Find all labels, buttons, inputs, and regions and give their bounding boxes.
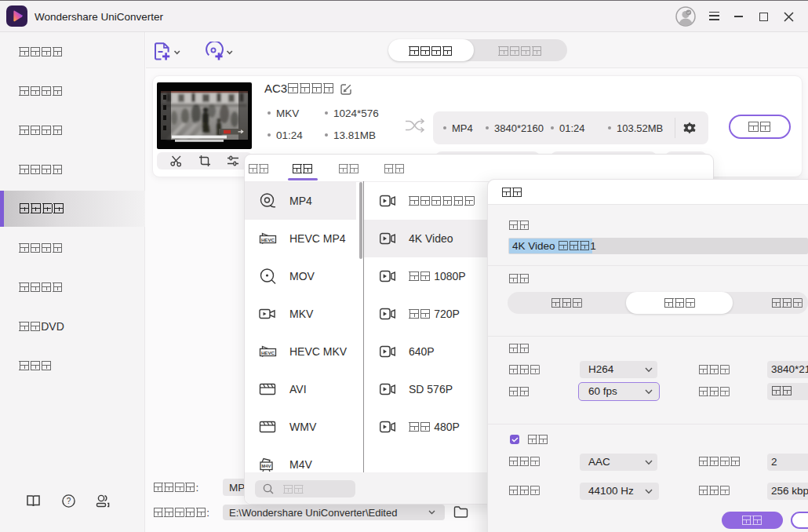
svg-text:M4V: M4V [262, 464, 271, 468]
svg-text:?: ? [67, 497, 71, 505]
svg-text:HEVC: HEVC [261, 350, 275, 355]
svg-text:HEVC: HEVC [261, 237, 275, 242]
